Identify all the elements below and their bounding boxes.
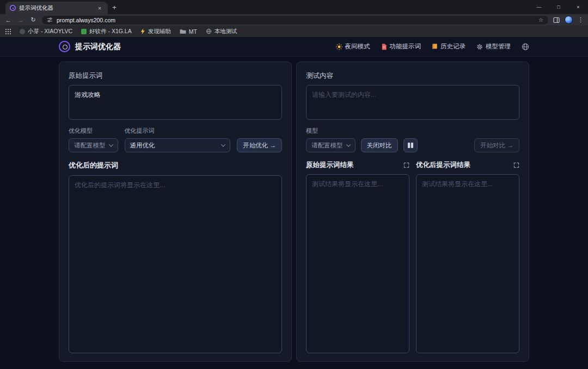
nav-function-prompts[interactable]: 功能提示词 xyxy=(381,42,421,51)
tab-title: 提示词优化器 xyxy=(19,4,93,12)
reload-icon[interactable]: ↻ xyxy=(29,16,37,23)
start-optimize-button[interactable]: 开始优化 → xyxy=(237,138,282,152)
tab-favicon-icon xyxy=(10,5,16,11)
chevron-down-icon xyxy=(108,142,113,146)
bookmark-label: 发现辅助 xyxy=(148,28,171,35)
main-content: 原始提示词 游戏攻略 优化模型 请配置模型 优化提示词 通用优化 xyxy=(0,57,588,369)
new-tab-button[interactable]: + xyxy=(108,1,121,14)
optimized-result-column: 优化后提示词结果 xyxy=(416,161,519,353)
nav-label: 历史记录 xyxy=(440,42,465,51)
header-nav: 夜间模式 功能提示词 历史记录 xyxy=(336,42,530,51)
nav-history[interactable]: 历史记录 xyxy=(432,42,465,51)
globe-favicon-icon xyxy=(206,28,212,34)
back-icon[interactable]: ← xyxy=(4,17,12,23)
compare-toggle-button[interactable]: 关闭对比 xyxy=(361,138,398,152)
page-title: 提示词优化器 xyxy=(75,42,121,52)
bookmark-item[interactable]: 发现辅助 xyxy=(140,28,171,35)
test-content-input[interactable] xyxy=(306,85,519,120)
start-compare-button[interactable]: 开始对比 → xyxy=(474,138,519,152)
browser-menu-icon[interactable]: ⋮ xyxy=(578,16,584,23)
bookmarks-bar: 小芽 - XIAOYLVC 好软件 - X1G.LA 发现辅助 MT 本地测试 xyxy=(0,26,588,37)
browser-tab[interactable]: 提示词优化器 × xyxy=(5,2,108,14)
bookmark-favicon-icon xyxy=(20,29,25,34)
bookmark-item[interactable]: 好软件 - X1G.LA xyxy=(81,28,132,35)
tab-strip: 提示词优化器 × + — □ × xyxy=(0,0,588,14)
expand-icon[interactable] xyxy=(403,162,409,168)
language-globe-icon[interactable] xyxy=(522,43,529,51)
bookmark-item[interactable]: 小芽 - XIAOYLVC xyxy=(20,28,72,35)
layout-toggle-button[interactable] xyxy=(403,138,418,152)
lightning-icon xyxy=(140,28,145,34)
bookmark-star-icon[interactable]: ☆ xyxy=(538,17,543,23)
optimize-model-value: 请配置模型 xyxy=(74,142,106,150)
original-prompt-label: 原始提示词 xyxy=(69,71,282,81)
nav-model-settings[interactable]: 模型管理 xyxy=(476,42,511,51)
bookmark-folder[interactable]: MT xyxy=(180,28,197,35)
window-controls: — □ × xyxy=(529,0,588,14)
tab-close-icon[interactable]: × xyxy=(96,5,103,11)
test-model-label: 模型 xyxy=(306,127,519,135)
profile-avatar[interactable] xyxy=(565,16,573,24)
test-panel: 测试内容 模型 请配置模型 关闭对比 xyxy=(296,61,529,362)
app-header: 提示词优化器 夜间模式 xyxy=(0,37,588,57)
bookmark-item[interactable]: 本地测试 xyxy=(206,28,237,35)
maximize-button[interactable]: □ xyxy=(549,0,568,14)
test-model-value: 请配置模型 xyxy=(311,142,343,150)
site-info-icon[interactable] xyxy=(47,17,53,23)
minimize-button[interactable]: — xyxy=(529,0,549,14)
test-content-label: 测试内容 xyxy=(306,71,519,81)
optimize-model-select[interactable]: 请配置模型 xyxy=(69,138,118,152)
sun-icon xyxy=(336,44,342,50)
optimize-template-select[interactable]: 通用优化 xyxy=(125,138,231,152)
nav-label: 模型管理 xyxy=(486,42,511,51)
browser-toolbar: ← → ↻ prompt.always200.com ☆ ⋮ xyxy=(0,14,588,26)
optimize-panel: 原始提示词 游戏攻略 优化模型 请配置模型 优化提示词 通用优化 xyxy=(59,61,292,362)
close-button[interactable]: × xyxy=(568,0,588,14)
folder-icon xyxy=(180,29,186,34)
bookmark-label: 好软件 - X1G.LA xyxy=(89,28,132,35)
optimized-result-output[interactable] xyxy=(416,174,519,353)
side-panel-icon[interactable] xyxy=(553,17,560,23)
bookmark-label: 小芽 - XIAOYLVC xyxy=(28,28,72,35)
bookmark-favicon-icon xyxy=(81,29,87,34)
app-logo-icon xyxy=(59,41,70,52)
test-model-select[interactable]: 请配置模型 xyxy=(306,138,356,152)
optimized-result-title: 优化后提示词结果 xyxy=(416,161,470,170)
address-bar[interactable]: prompt.always200.com ☆ xyxy=(42,16,548,24)
optimize-model-label: 优化模型 xyxy=(69,127,118,135)
original-result-title: 原始提示词结果 xyxy=(306,161,354,170)
expand-icon[interactable] xyxy=(513,162,519,168)
original-prompt-input[interactable]: 游戏攻略 xyxy=(69,85,282,120)
optimize-template-label: 优化提示词 xyxy=(125,127,231,135)
gear-icon xyxy=(476,44,483,50)
book-icon xyxy=(432,44,438,50)
nav-label: 功能提示词 xyxy=(390,42,421,51)
optimize-template-value: 通用优化 xyxy=(130,142,155,150)
chevron-down-icon xyxy=(221,142,225,146)
original-result-column: 原始提示词结果 xyxy=(306,161,409,353)
bookmark-label: MT xyxy=(189,28,197,35)
app-page: 提示词优化器 夜间模式 xyxy=(0,37,588,369)
apps-grid-icon[interactable] xyxy=(5,29,11,34)
optimized-prompt-title: 优化后的提示词 xyxy=(69,161,282,170)
nav-label: 夜间模式 xyxy=(345,42,370,51)
bookmark-label: 本地测试 xyxy=(215,28,237,35)
document-icon xyxy=(381,44,387,50)
chevron-down-icon xyxy=(346,142,350,146)
forward-icon[interactable]: → xyxy=(17,17,24,23)
url-text: prompt.always200.com xyxy=(57,17,535,23)
original-result-output[interactable] xyxy=(306,174,409,353)
optimized-prompt-output[interactable] xyxy=(69,175,282,353)
nav-theme-toggle[interactable]: 夜间模式 xyxy=(336,42,370,51)
